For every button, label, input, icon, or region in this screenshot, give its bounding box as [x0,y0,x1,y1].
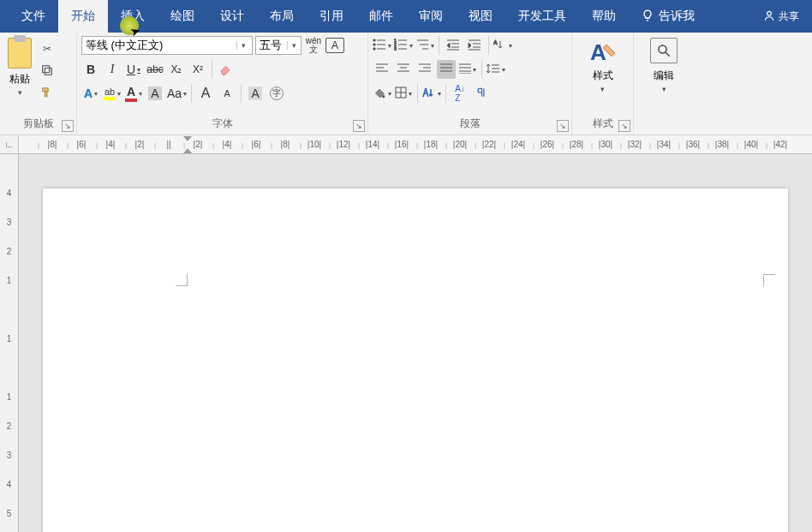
styles-dialog-launcher[interactable]: ↘ [618,120,630,132]
align-center-button[interactable] [394,60,413,79]
group-styles: A 样式 ▾ 样式 ↘ [572,33,634,134]
format-painter-button[interactable] [39,86,56,101]
clipboard-dialog-launcher[interactable]: ↘ [62,120,74,132]
person-icon [763,9,775,24]
ruler-tick: 1 [0,392,18,421]
font-dialog-launcher[interactable]: ↘ [353,120,365,132]
tab-design[interactable]: 设计 [207,0,257,33]
align-right-button[interactable] [415,60,434,79]
ruler-tick: 4 [0,480,18,509]
highlight-button[interactable]: ab [103,84,122,103]
group-clipboard: 粘贴 ▾ ✂ 剪贴板 ↘ [0,33,77,134]
text-effects-button[interactable]: A [81,84,100,103]
grow-font-button[interactable]: A [196,84,215,103]
margin-corner-tr [763,274,775,286]
font-name-combo[interactable]: ▾ [81,36,253,55]
ruler-tick: 1 [0,276,18,305]
tab-mailings[interactable]: 邮件 [356,0,406,33]
ruler-tick: |32| [620,140,649,149]
styles-button[interactable]: A 样式 ▾ [576,36,629,93]
cut-button[interactable]: ✂ [39,41,56,57]
tab-references[interactable]: 引用 [307,0,356,33]
svg-rect-1 [45,68,51,75]
share-button[interactable]: 共享 [750,9,812,24]
text-direction-icon: A [493,39,507,53]
subscript-button[interactable]: X₂ [167,60,186,79]
tab-draw[interactable]: 绘图 [158,0,207,33]
ruler-tick: |4| [212,140,242,149]
svg-text:A: A [590,39,606,65]
borders-icon [395,87,407,101]
document-canvas[interactable] [19,154,812,532]
paragraph-dialog-launcher[interactable]: ↘ [557,120,569,132]
phonetic-guide-button[interactable]: wén文 [304,36,323,55]
enclosed-char-button[interactable]: 字 [267,84,286,103]
font-name-input[interactable] [82,37,236,54]
ruler-tick: |20| [445,140,475,149]
ruler-tick [0,363,18,392]
shrink-font-button[interactable]: A [218,84,236,103]
ruler-tick: |38| [708,140,737,149]
ruler-tick: |16| [387,140,416,149]
text-direction-button[interactable]: A [493,36,512,55]
ruler-tick: |12| [329,140,358,149]
shading-button[interactable] [373,84,391,103]
tab-review[interactable]: 审阅 [406,0,456,33]
edit-button[interactable]: 编辑 ▾ [638,36,690,93]
tab-insert[interactable]: 插入 [108,0,158,33]
page[interactable] [43,188,788,532]
font-color-button[interactable]: A [124,84,143,103]
font-size-combo[interactable]: ▾ [255,36,302,55]
ruler-tick: |24| [504,140,533,149]
tab-file[interactable]: 文件 [9,0,58,33]
decrease-indent-button[interactable] [444,36,463,55]
ruler-tick: |18| [416,140,445,149]
show-marks-button[interactable] [472,84,491,103]
outdent-icon [446,39,460,53]
tab-layout[interactable]: 布局 [257,0,307,33]
svg-text:3: 3 [394,46,397,51]
numbering-button[interactable]: 123 [394,36,413,55]
copy-button[interactable] [39,63,56,79]
align-justify-button[interactable] [437,60,456,79]
char-border2-button[interactable]: A [246,84,265,103]
group-paragraph: 123 [368,33,572,134]
paste-button[interactable]: 粘贴 ▾ [4,36,35,101]
sort-button[interactable]: A↓Z [451,84,469,103]
ribbon-content: 粘贴 ▾ ✂ 剪贴板 ↘ [0,33,812,135]
tab-home[interactable]: 开始 [58,0,108,33]
ruler-tick: |40| [737,140,766,149]
increase-indent-button[interactable] [465,36,484,55]
ruler-tick: 3 [0,218,18,247]
group-edit: 编辑 ▾ [634,33,694,134]
line-spacing-button[interactable] [487,60,505,79]
chevron-down-icon: ▾ [236,41,250,50]
distributed-button[interactable] [458,60,477,79]
borders-button[interactable] [394,84,413,103]
clear-formatting-button[interactable] [217,60,236,79]
strikethrough-button[interactable]: abc [146,60,164,79]
share-label: 共享 [779,9,799,24]
horizontal-ruler[interactable]: |8||6||4||2||||2||4||6||8||10||12||14||1… [19,135,812,153]
ruler-tick: |6| [242,140,271,149]
bullets-button[interactable] [373,36,391,55]
character-border-button[interactable]: A [325,38,344,53]
bold-button[interactable]: B [81,60,100,79]
underline-button[interactable]: U [124,60,143,79]
char-shading-button[interactable]: A [146,84,164,103]
tab-view[interactable]: 视图 [456,0,505,33]
italic-button[interactable]: I [103,60,122,79]
tab-selector[interactable]: ∟ [0,135,19,153]
tab-developer[interactable]: 开发工具 [505,0,579,33]
tab-help[interactable]: 帮助 [579,0,629,33]
change-case-button[interactable]: Aa [167,84,187,103]
tab-tellme[interactable]: 告诉我 [629,0,708,33]
vertical-ruler[interactable]: 432111234567891011 [0,154,19,532]
align-left-button[interactable] [373,60,391,79]
ruler-tick: |42| [766,140,795,149]
font-size-input[interactable] [256,37,287,54]
bullets-icon [373,39,386,53]
asian-layout-button[interactable] [422,84,441,103]
multilevel-list-button[interactable] [415,36,434,55]
superscript-button[interactable]: X² [188,60,207,79]
